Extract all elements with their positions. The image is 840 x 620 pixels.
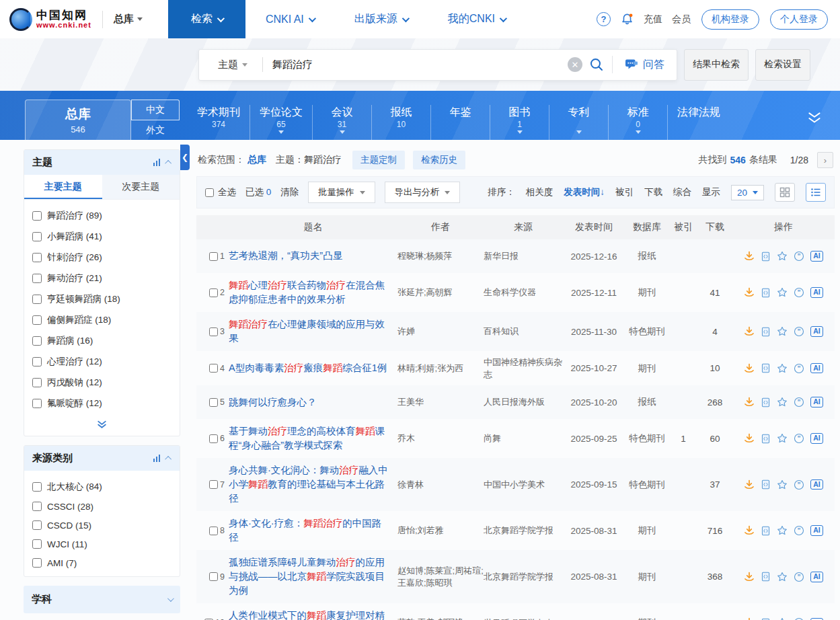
source-filter-CSCD[interactable]: CSCD (15)	[32, 516, 171, 535]
result-authors[interactable]: 张延芹;高朝辉	[397, 286, 484, 299]
result-source-link[interactable]: 世界睡眠医学杂志	[484, 617, 563, 620]
result-source-link[interactable]: 尚舞	[484, 432, 563, 444]
ai-assistant-button[interactable]: AI	[810, 479, 823, 490]
cite-quote-icon[interactable]: ”	[794, 617, 804, 620]
row-checkbox[interactable]	[209, 327, 218, 336]
scope-value[interactable]: 总库	[247, 154, 266, 166]
result-authors[interactable]: 乔木	[397, 432, 484, 444]
result-source-link[interactable]: 新华日报	[484, 250, 563, 262]
checkbox[interactable]	[32, 357, 42, 366]
row-checkbox[interactable]	[209, 252, 218, 261]
checkbox[interactable]	[32, 253, 42, 262]
html-read-icon[interactable]	[761, 572, 771, 582]
favorite-star-icon[interactable]	[777, 479, 788, 490]
cite-quote-icon[interactable]: ”	[794, 479, 804, 490]
clear-search-icon[interactable]: ✕	[568, 57, 582, 72]
row-checkbox[interactable]	[209, 480, 218, 489]
topnav-item-1[interactable]: 检索	[168, 0, 245, 38]
qa-button[interactable]: 问答	[612, 56, 677, 73]
source-filter-WJCI[interactable]: WJCI (11)	[32, 535, 171, 553]
search-field-dropdown[interactable]: 主题	[199, 59, 262, 71]
sort-相关度[interactable]: 相关度	[526, 186, 553, 198]
recharge-link[interactable]: 充值	[644, 13, 662, 26]
checkbox[interactable]	[32, 315, 42, 325]
repository-dropdown[interactable]: 总库	[114, 13, 143, 26]
result-authors[interactable]: 董乾;王美;郝军锋	[397, 617, 484, 620]
search-icon[interactable]	[589, 57, 604, 72]
download-icon[interactable]	[744, 617, 755, 620]
html-read-icon[interactable]	[761, 434, 771, 444]
cite-quote-icon[interactable]: ”	[794, 326, 804, 337]
grid-view-button[interactable]	[775, 183, 795, 202]
source-filter-北大核心[interactable]: 北大核心 (84)	[32, 476, 171, 497]
ribbon-tab-会议[interactable]: 会议31	[312, 105, 371, 140]
ai-assistant-button[interactable]: AI	[810, 397, 823, 408]
topnav-item-2[interactable]: CNKI AI	[245, 0, 334, 38]
checkbox[interactable]	[32, 295, 42, 304]
ai-assistant-button[interactable]: AI	[810, 572, 823, 582]
tab-zongku[interactable]: 总库 546	[25, 100, 131, 140]
html-read-icon[interactable]	[761, 479, 771, 490]
tab-main-theme[interactable]: 主要主题	[24, 175, 102, 199]
result-source-link[interactable]: 中国神经精神疾病杂志	[484, 356, 563, 380]
checkbox[interactable]	[32, 378, 42, 387]
more-databases-icon[interactable]	[806, 111, 823, 128]
select-all-box[interactable]	[205, 188, 214, 197]
lang-toggle-zh[interactable]: 中文	[131, 100, 180, 120]
checkbox[interactable]	[32, 336, 42, 346]
sort-综合[interactable]: 综合	[673, 186, 691, 198]
ribbon-tab-图书[interactable]: 图书1	[490, 105, 549, 140]
result-source-link[interactable]: 人民日报海外版	[484, 396, 563, 408]
favorite-star-icon[interactable]	[777, 433, 788, 444]
cnki-logo[interactable]: 中国知网 www.cnki.net	[9, 8, 91, 31]
theme-filter-舞蹈病[interactable]: 舞蹈病 (16)	[32, 330, 171, 351]
cite-quote-icon[interactable]: ”	[794, 572, 804, 582]
checkbox[interactable]	[32, 232, 42, 241]
personal-login-button[interactable]: 个人登录	[770, 9, 828, 30]
ribbon-tab-专利[interactable]: 专利	[549, 105, 608, 140]
favorite-star-icon[interactable]	[777, 617, 788, 620]
html-read-icon[interactable]	[761, 327, 771, 337]
expand-panel-icon[interactable]	[167, 595, 174, 602]
checkbox[interactable]	[32, 399, 42, 408]
checkbox[interactable]	[32, 520, 42, 530]
result-source-link[interactable]: 百科知识	[484, 325, 563, 338]
result-title-link[interactable]: 身体·文化·疗愈：舞蹈治疗的中国路径	[229, 516, 397, 545]
checkbox[interactable]	[32, 211, 42, 221]
download-icon[interactable]	[744, 251, 755, 262]
favorite-star-icon[interactable]	[777, 363, 788, 374]
row-checkbox[interactable]	[209, 434, 218, 443]
favorite-star-icon[interactable]	[777, 397, 788, 408]
cite-quote-icon[interactable]: ”	[794, 287, 804, 298]
ribbon-tab-法律法规[interactable]: 法律法规	[667, 105, 730, 140]
download-icon[interactable]	[744, 572, 755, 582]
result-source-link[interactable]: 中国中小学美术	[484, 479, 563, 491]
result-title-link[interactable]: 基于舞动治疗理念的高校体育舞蹈课程“身心融合”教学模式探索	[229, 424, 397, 453]
theme-filter-舞动治疗[interactable]: 舞动治疗 (21)	[32, 268, 171, 288]
select-all-checkbox[interactable]: 全选	[205, 186, 236, 198]
search-input[interactable]	[263, 59, 568, 71]
result-authors[interactable]: 程晓琳;杨频萍	[397, 250, 484, 262]
org-login-button[interactable]: 机构登录	[701, 9, 759, 30]
bar-chart-icon[interactable]	[153, 455, 161, 462]
result-title-link[interactable]: 跳舞何以疗愈身心？	[229, 395, 397, 410]
html-read-icon[interactable]	[761, 363, 771, 373]
favorite-star-icon[interactable]	[777, 251, 788, 262]
result-authors[interactable]: 许婵	[397, 325, 484, 338]
theme-filter-亨廷顿舞蹈病[interactable]: 亨廷顿舞蹈病 (18)	[32, 288, 171, 309]
source-filter-AMI[interactable]: AMI (7)	[32, 553, 171, 572]
row-checkbox[interactable]	[209, 364, 218, 373]
cite-quote-icon[interactable]: ”	[794, 251, 804, 262]
list-view-button[interactable]	[806, 183, 826, 202]
download-icon[interactable]	[744, 363, 755, 374]
search-settings-button[interactable]: 检索设置	[755, 49, 810, 81]
ribbon-tab-标准[interactable]: 标准0	[608, 105, 667, 140]
ai-assistant-button[interactable]: AI	[810, 287, 823, 298]
member-link[interactable]: 会员	[672, 13, 691, 26]
lang-toggle-en[interactable]: 外文	[131, 120, 180, 140]
theme-filter-丙戊酸钠[interactable]: 丙戊酸钠 (12)	[32, 372, 171, 393]
checkbox[interactable]	[32, 558, 42, 568]
expand-more-icon[interactable]	[24, 418, 180, 436]
html-read-icon[interactable]	[761, 288, 771, 298]
result-authors[interactable]: 徐青林	[397, 479, 484, 491]
